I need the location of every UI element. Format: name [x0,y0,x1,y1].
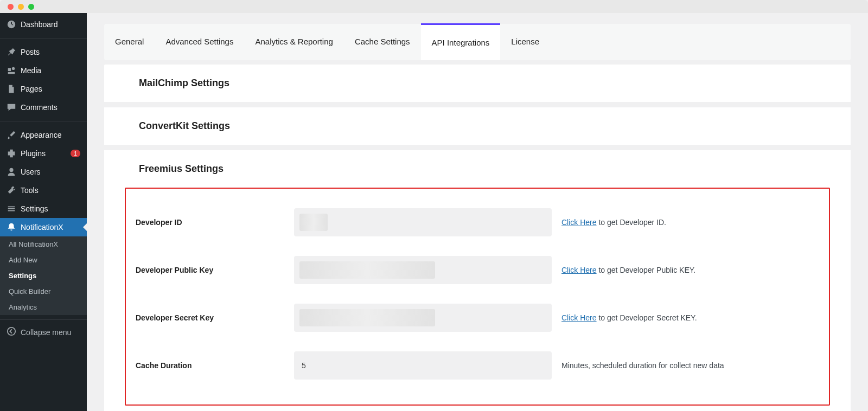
submenu-settings[interactable]: Settings [0,268,87,284]
link-developer-public-key[interactable]: Click Here [561,266,597,274]
sidebar-item-label: Appearance [21,131,80,139]
row-cache-duration: Cache Duration Minutes, scheduled durati… [126,342,829,389]
dashboard-icon [7,20,16,29]
collapse-menu-label: Collapse menu [21,328,71,337]
submenu-quick-builder[interactable]: Quick Builder [0,284,87,299]
sidebar-submenu: All NotificationX Add New Settings Quick… [0,236,87,315]
sidebar-item-label: Media [21,66,80,75]
settings-tabs: General Advanced Settings Analytics & Re… [104,24,851,60]
sidebar-item-label: Dashboard [21,20,80,29]
submenu-add-new[interactable]: Add New [0,252,87,268]
pin-icon [7,47,16,57]
input-developer-public-key[interactable] [294,256,552,284]
help-cache-duration: Minutes, scheduled duration for collect … [552,361,724,370]
link-developer-id[interactable]: Click Here [561,218,597,227]
plugin-icon [7,149,16,158]
help-developer-secret-key: Click Here to get Developer Secret KEY. [552,313,697,322]
label-cache-duration: Cache Duration [126,361,294,370]
label-developer-secret-key: Developer Secret Key [126,313,294,322]
section-title-convertkit: ConvertKit Settings [117,107,838,145]
sidebar-item-plugins[interactable]: Plugins 1 [0,144,87,163]
sidebar-item-label: Settings [21,204,80,213]
sidebar-item-label: Comments [21,103,80,112]
row-developer-id: Developer ID Click Here to get Developer… [126,198,829,246]
sidebar-item-label: Tools [21,186,80,195]
section-freemius: Freemius Settings Developer ID Click Her… [117,150,838,406]
freemius-settings-highlight: Developer ID Click Here to get Developer… [125,188,830,406]
submenu-analytics[interactable]: Analytics [0,299,87,315]
sidebar-item-media[interactable]: Media [0,61,87,80]
tab-panel-api-integrations: MailChimp Settings ConvertKit Settings F… [104,65,851,411]
sidebar-item-settings[interactable]: Settings [0,200,87,218]
wrench-icon [7,185,16,195]
media-icon [7,66,16,75]
row-developer-public-key: Developer Public Key Click Here to get D… [126,246,829,294]
link-developer-secret-key[interactable]: Click Here [561,313,597,322]
input-developer-secret-key[interactable] [294,304,552,332]
help-developer-id: Click Here to get Developer ID. [552,218,666,227]
tab-api-integrations[interactable]: API Integrations [421,23,501,60]
input-cache-duration[interactable] [294,351,552,380]
bell-icon [7,222,16,232]
sidebar-item-tools[interactable]: Tools [0,181,87,200]
input-developer-id[interactable] [294,208,552,236]
main-content: General Advanced Settings Analytics & Re… [87,13,868,411]
sidebar-item-label: Users [21,168,80,176]
label-developer-id: Developer ID [126,218,294,227]
row-developer-secret-key: Developer Secret Key Click Here to get D… [126,294,829,342]
tab-advanced-settings[interactable]: Advanced Settings [155,24,244,60]
chevron-left-circle-icon [7,326,16,338]
section-mailchimp[interactable]: MailChimp Settings [117,65,838,102]
sidebar-item-label: Plugins [21,149,66,158]
tab-license[interactable]: License [500,24,550,60]
sidebar-item-posts[interactable]: Posts [0,43,87,61]
admin-sidebar: Dashboard Posts Media Pages Comments [0,13,87,411]
minimize-window-icon[interactable] [18,4,24,10]
sidebar-item-users[interactable]: Users [0,163,87,181]
sidebar-item-comments[interactable]: Comments [0,98,87,117]
sliders-icon [7,204,16,214]
section-convertkit[interactable]: ConvertKit Settings [117,107,838,145]
sidebar-item-dashboard[interactable]: Dashboard [0,15,87,34]
maximize-window-icon[interactable] [28,4,34,10]
user-icon [7,167,16,177]
sidebar-item-label: NotificationX [21,223,80,232]
tab-analytics-reporting[interactable]: Analytics & Reporting [244,24,343,60]
sidebar-item-notificationx[interactable]: NotificationX [0,218,87,236]
page-icon [7,84,16,94]
sidebar-item-label: Pages [21,85,80,93]
window-traffic-lights [0,0,868,13]
help-developer-public-key: Click Here to get Developer Public KEY. [552,266,695,274]
tab-cache-settings[interactable]: Cache Settings [344,24,421,60]
close-window-icon[interactable] [8,4,14,10]
brush-icon [7,130,16,140]
plugin-update-badge: 1 [71,150,80,157]
comment-icon [7,102,16,112]
section-title-mailchimp: MailChimp Settings [117,65,838,102]
svg-point-0 [8,327,15,335]
tab-general[interactable]: General [104,24,155,60]
section-title-freemius: Freemius Settings [117,150,838,188]
label-developer-public-key: Developer Public Key [126,266,294,274]
sidebar-item-pages[interactable]: Pages [0,80,87,98]
submenu-all-notificationx[interactable]: All NotificationX [0,236,87,252]
sidebar-item-label: Posts [21,48,80,56]
sidebar-item-appearance[interactable]: Appearance [0,126,87,144]
collapse-menu-button[interactable]: Collapse menu [0,322,87,342]
